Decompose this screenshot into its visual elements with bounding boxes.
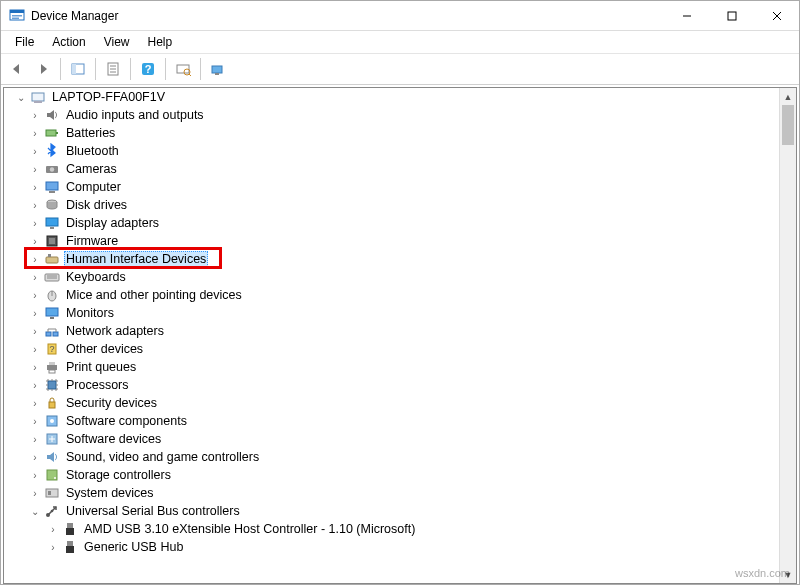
- tree-item-label: Sound, video and game controllers: [64, 450, 261, 464]
- tree-item[interactable]: ›Keyboards: [4, 268, 778, 286]
- network-icon: [44, 323, 60, 339]
- help-button[interactable]: ?: [136, 57, 160, 81]
- expand-icon[interactable]: ›: [28, 378, 42, 392]
- expand-icon[interactable]: ›: [28, 108, 42, 122]
- expand-icon[interactable]: ›: [28, 198, 42, 212]
- expand-icon[interactable]: ›: [28, 126, 42, 140]
- expand-icon[interactable]: ›: [46, 540, 60, 554]
- expand-icon[interactable]: ›: [28, 324, 42, 338]
- tree-item[interactable]: ›Batteries: [4, 124, 778, 142]
- tree-item[interactable]: ›Bluetooth: [4, 142, 778, 160]
- tree-item[interactable]: ›Display adapters: [4, 214, 778, 232]
- tree-item[interactable]: ›Human Interface Devices: [4, 250, 778, 268]
- scroll-thumb[interactable]: [782, 105, 794, 145]
- scan-hardware-button[interactable]: [171, 57, 195, 81]
- add-legacy-button[interactable]: [206, 57, 230, 81]
- expand-icon[interactable]: ⌄: [28, 504, 42, 518]
- tree-root[interactable]: ⌄LAPTOP-FFA00F1V: [8, 88, 778, 106]
- cpu-icon: [44, 377, 60, 393]
- svg-point-26: [50, 167, 54, 171]
- svg-rect-9: [72, 64, 76, 74]
- tree-item[interactable]: ›Print queues: [4, 358, 778, 376]
- tree-item-label: Firmware: [64, 234, 120, 248]
- svg-rect-5: [728, 12, 736, 20]
- expand-icon[interactable]: ›: [28, 360, 42, 374]
- tree-item[interactable]: ›Generic USB Hub: [4, 538, 778, 556]
- expand-icon[interactable]: ›: [28, 396, 42, 410]
- minimize-button[interactable]: [664, 1, 709, 31]
- tree-item-label: Print queues: [64, 360, 138, 374]
- tree-item[interactable]: ›System devices: [4, 484, 778, 502]
- expand-icon[interactable]: ›: [28, 234, 42, 248]
- expand-icon[interactable]: ›: [28, 432, 42, 446]
- expand-icon[interactable]: ›: [28, 216, 42, 230]
- expand-icon[interactable]: ›: [28, 468, 42, 482]
- tree-item[interactable]: ›Audio inputs and outputs: [4, 106, 778, 124]
- svg-rect-31: [50, 227, 54, 229]
- maximize-button[interactable]: [709, 1, 754, 31]
- toolbar-separator: [165, 58, 166, 80]
- tree-item[interactable]: ›Network adapters: [4, 322, 778, 340]
- back-button[interactable]: [5, 57, 29, 81]
- svg-rect-51: [49, 402, 55, 408]
- expand-icon[interactable]: ›: [28, 486, 42, 500]
- sound-icon: [44, 449, 60, 465]
- svg-rect-28: [49, 191, 55, 193]
- scroll-up-icon[interactable]: ▲: [780, 88, 796, 105]
- tree-item[interactable]: ›Storage controllers: [4, 466, 778, 484]
- vertical-scrollbar[interactable]: ▲ ▼: [779, 88, 796, 583]
- tree-item[interactable]: ›Firmware: [4, 232, 778, 250]
- tree-item[interactable]: ›Mice and other pointing devices: [4, 286, 778, 304]
- expand-icon[interactable]: ›: [28, 270, 42, 284]
- show-hide-tree-button[interactable]: [66, 57, 90, 81]
- expand-icon[interactable]: ›: [28, 306, 42, 320]
- expand-icon[interactable]: ›: [28, 450, 42, 464]
- expand-icon[interactable]: ›: [46, 522, 60, 536]
- expand-icon[interactable]: ›: [28, 252, 42, 266]
- expand-icon[interactable]: ›: [28, 288, 42, 302]
- tree-item[interactable]: ›Processors: [4, 376, 778, 394]
- close-button[interactable]: [754, 1, 799, 31]
- menu-file[interactable]: File: [7, 34, 42, 50]
- device-tree[interactable]: ⌄LAPTOP-FFA00F1V›Audio inputs and output…: [4, 88, 778, 583]
- forward-button[interactable]: [31, 57, 55, 81]
- tree-item[interactable]: ›Disk drives: [4, 196, 778, 214]
- svg-point-56: [54, 477, 56, 479]
- tree-item[interactable]: ›Monitors: [4, 304, 778, 322]
- app-icon: [9, 8, 25, 24]
- svg-rect-3: [12, 17, 19, 19]
- svg-rect-43: [46, 332, 51, 336]
- monitor-icon: [44, 305, 60, 321]
- tree-item[interactable]: ›Sound, video and game controllers: [4, 448, 778, 466]
- tree-item[interactable]: ›Cameras: [4, 160, 778, 178]
- svg-text:?: ?: [49, 344, 54, 354]
- tree-item-label: Bluetooth: [64, 144, 121, 158]
- menu-help[interactable]: Help: [140, 34, 181, 50]
- menu-action[interactable]: Action: [44, 34, 93, 50]
- expand-icon[interactable]: ⌄: [14, 90, 28, 104]
- expand-icon[interactable]: ›: [28, 342, 42, 356]
- tree-item[interactable]: ›Computer: [4, 178, 778, 196]
- properties-button[interactable]: [101, 57, 125, 81]
- audio-icon: [44, 107, 60, 123]
- tree-item[interactable]: ›Security devices: [4, 394, 778, 412]
- other-icon: ?: [44, 341, 60, 357]
- expand-icon[interactable]: ›: [28, 162, 42, 176]
- svg-rect-57: [46, 489, 58, 497]
- expand-icon[interactable]: ›: [28, 180, 42, 194]
- svg-text:?: ?: [145, 63, 152, 75]
- tree-item[interactable]: ›AMD USB 3.10 eXtensible Host Controller…: [4, 520, 778, 538]
- tree-item[interactable]: ⌄Universal Serial Bus controllers: [4, 502, 778, 520]
- expand-icon[interactable]: ›: [28, 144, 42, 158]
- security-icon: [44, 395, 60, 411]
- tree-item[interactable]: ›Software components: [4, 412, 778, 430]
- svg-rect-64: [66, 546, 74, 553]
- tree-item[interactable]: ›?Other devices: [4, 340, 778, 358]
- tree-item-label: Generic USB Hub: [82, 540, 185, 554]
- svg-rect-21: [32, 93, 44, 101]
- svg-rect-61: [67, 523, 73, 528]
- menu-view[interactable]: View: [96, 34, 138, 50]
- tree-item[interactable]: ›Software devices: [4, 430, 778, 448]
- tree-item-label: Processors: [64, 378, 131, 392]
- expand-icon[interactable]: ›: [28, 414, 42, 428]
